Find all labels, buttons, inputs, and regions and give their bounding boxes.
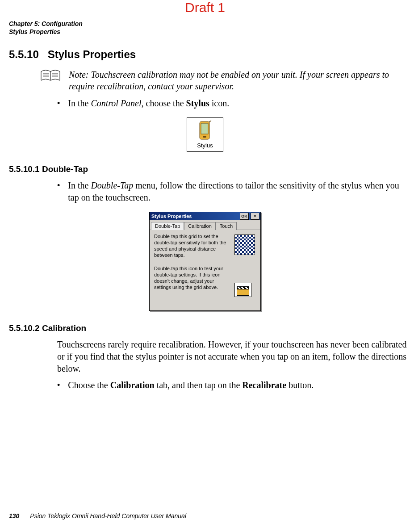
subsection-title: Double-Tap [42,164,88,174]
running-head: Chapter 5: Configuration Stylus Properti… [9,20,401,36]
tab-double-tap[interactable]: Double-Tap [151,222,184,230]
draft-watermark: Draft 1 [185,0,225,15]
note-lead: Note: [69,70,88,80]
tab-touch[interactable]: Touch [216,222,237,230]
subsection-title: Calibration [42,323,86,333]
text-run: , choose the [142,98,186,108]
page-number: 130 [9,512,19,519]
bullet-item: • In the Double-Tap menu, follow the dir… [57,180,410,204]
footer-text: Psion Teklogix Omnii Hand-Held Computer … [30,512,186,519]
note-block: Note: Touchscreen calibration may not be… [40,69,397,92]
subsection-heading: 5.5.10.2 Calibration [9,323,401,333]
text-run: tab, and then tap on the [155,380,243,390]
bullet-marker: • [57,180,60,191]
dialog-body: Double-tap this grid to set the double-t… [150,230,260,310]
double-tap-test-icon[interactable] [234,283,251,297]
text-run: Choose the [68,380,110,390]
text-run: Stylus [186,98,209,108]
dialog-para-2: Double-tap this icon to test your double… [154,266,230,290]
tab-strip: Double-Tap Calibration Touch [150,220,260,230]
running-head-chapter: Chapter 5: Configuration [9,20,401,28]
pda-icon [198,121,212,140]
subsection-number: 5.5.10.2 [9,323,40,333]
svg-line-3 [209,121,212,122]
bullet-marker: • [57,379,60,391]
svg-rect-2 [203,136,206,138]
text-run: Recalibrate [242,380,286,390]
close-button[interactable]: × [251,213,259,220]
bullet-text: In the Double-Tap menu, follow the direc… [68,180,410,204]
dialog-para-1: Double-tap this grid to set the double-t… [154,234,230,258]
note-body: Touchscreen calibration may not be enabl… [69,70,389,91]
section-title: Stylus Properties [48,48,136,60]
dialog-icon-column [234,234,257,297]
bullet-marker: • [57,97,60,109]
stylus-properties-dialog: Stylus Properties OK × Double-Tap Calibr… [149,212,261,311]
tab-calibration[interactable]: Calibration [184,222,216,230]
bullet-item: • Choose the Calibration tab, and then t… [57,379,410,391]
running-head-section: Stylus Properties [9,28,401,36]
stylus-control-panel-icon: Stylus [187,117,223,152]
ok-button[interactable]: OK [240,213,249,220]
subsection-number: 5.5.10.1 [9,164,40,174]
text-run: icon. [209,98,229,108]
text-run: button. [286,380,314,390]
text-run: In the [68,180,91,190]
dialog-titlebar: Stylus Properties OK × [150,212,260,220]
dialog-title: Stylus Properties [151,214,238,219]
note-text: Note: Touchscreen calibration may not be… [69,69,397,92]
divider [154,262,230,262]
text-run: Calibration [110,380,155,390]
subsection-heading: 5.5.10.1 Double-Tap [9,164,401,174]
page-footer: 130Psion Teklogix Omnii Hand-Held Comput… [9,512,186,519]
text-run: In the [68,98,91,108]
dialog-text-column: Double-tap this grid to set the double-t… [154,234,230,297]
text-run: Double-Tap [91,180,133,190]
page: Draft 1 Chapter 5: Configuration Stylus … [0,0,410,532]
bullet-item: • In the Control Panel, choose the Stylu… [57,97,410,109]
text-run: Control Panel [91,98,141,108]
bullet-text: In the Control Panel, choose the Stylus … [68,97,229,109]
svg-rect-1 [201,123,208,134]
section-number: 5.5.10 [9,48,39,60]
section-heading: 5.5.10 Stylus Properties [9,48,401,61]
book-icon [40,69,61,83]
bullet-text: Choose the Calibration tab, and then tap… [68,379,314,391]
double-tap-grid[interactable] [234,235,255,255]
body-paragraph: Touchscreens rarely require recalibratio… [57,339,410,375]
stylus-icon-label: Stylus [187,142,223,149]
